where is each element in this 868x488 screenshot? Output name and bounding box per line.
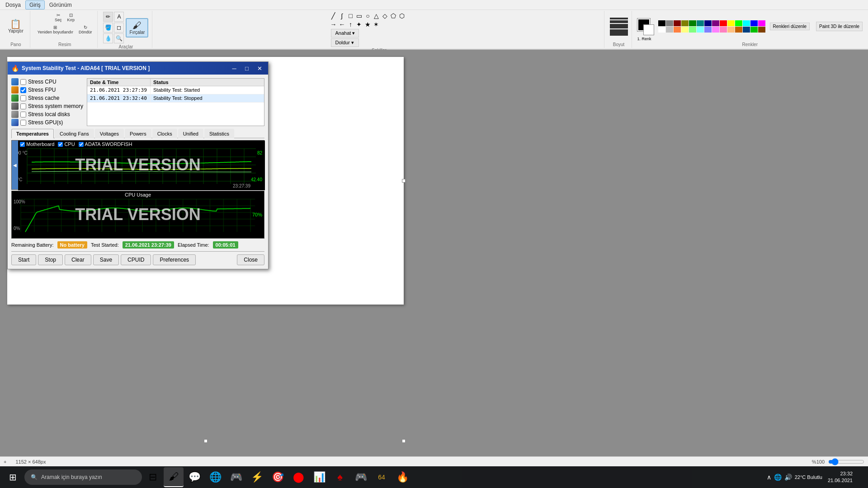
menu-dosya[interactable]: Dosya	[2, 1, 24, 9]
cb-adata[interactable]: ADATA SWORDFISH	[79, 141, 132, 147]
round-rect-tool[interactable]: ▭	[355, 12, 363, 20]
color-darkred[interactable]	[674, 20, 681, 26]
size2-btn[interactable]	[610, 20, 628, 23]
maximize-btn[interactable]: □	[242, 64, 252, 72]
taskbar-bar-btn[interactable]: 📊	[309, 467, 329, 487]
color-black[interactable]	[658, 20, 665, 26]
stress-fpu-check[interactable]	[20, 87, 26, 93]
size4-btn[interactable]	[610, 29, 628, 36]
line-tool[interactable]: ╱	[329, 12, 337, 20]
color2-swatch[interactable]	[644, 25, 654, 35]
arrow-left-tool[interactable]: ←	[338, 20, 346, 28]
paint-canvas[interactable]: 🔥 System Stability Test - AIDA64 [ TRIAL…	[7, 57, 404, 305]
color-darkblue[interactable]	[743, 27, 750, 33]
taskbar-cards-btn[interactable]: ♠	[330, 467, 350, 487]
minimize-btn[interactable]: ─	[229, 64, 239, 72]
start-button[interactable]: ⊞	[2, 466, 24, 488]
color-teal[interactable]	[697, 20, 704, 26]
pentagon-tool[interactable]: ⬠	[389, 12, 397, 20]
tab-temperatures[interactable]: Temperatures	[11, 129, 54, 138]
tab-clocks[interactable]: Clocks	[152, 129, 177, 138]
yeniden-btn[interactable]: ⊞Yeniden boyutlandır	[36, 24, 75, 35]
taskbar-aida-btn[interactable]: 🔥	[392, 467, 412, 487]
taskbar-paint-btn[interactable]: 🖌	[164, 467, 184, 487]
color-medgreen[interactable]	[750, 27, 758, 33]
taskbar-xbox-btn[interactable]: 🎮	[351, 467, 371, 487]
taskbar-chrome-btn[interactable]: 🌐	[205, 467, 225, 487]
tab-unified[interactable]: Unified	[178, 129, 203, 138]
color-silver[interactable]	[666, 27, 673, 33]
color-yellow[interactable]	[727, 20, 735, 26]
color-cyan[interactable]	[743, 20, 750, 26]
color-purple[interactable]	[712, 20, 719, 26]
star4-tool[interactable]: ✦	[355, 20, 363, 28]
statusbar-plus[interactable]: +	[4, 459, 6, 465]
arrow-right-tool[interactable]: →	[329, 20, 337, 28]
stress-cpu-check[interactable]	[20, 79, 26, 85]
color-lightblue[interactable]	[704, 27, 712, 33]
kirp-btn[interactable]: ⊡Kırp	[66, 12, 77, 23]
taskbar-search[interactable]: 🔍 Aramak için buraya yazın	[24, 469, 142, 485]
curve-tool[interactable]: ∫	[338, 12, 346, 20]
menu-giris[interactable]: Giriş	[25, 0, 45, 9]
sec-btn[interactable]: ✂Seç	[53, 12, 64, 23]
ellipse-tool[interactable]: ○	[363, 12, 372, 20]
color-peach[interactable]	[727, 27, 735, 33]
color-lightcyan[interactable]	[697, 27, 704, 33]
menu-gorunum[interactable]: Görünüm	[46, 1, 75, 9]
hexagon-tool[interactable]: ⬡	[398, 12, 406, 20]
window-close-btn[interactable]: ✕	[255, 64, 264, 72]
preferences-btn[interactable]: Preferences	[153, 254, 196, 265]
color-red[interactable]	[720, 20, 727, 26]
zoom-slider[interactable]	[828, 458, 864, 465]
color-magenta[interactable]	[758, 20, 765, 26]
taskbar-64-btn[interactable]: 64	[372, 467, 392, 487]
tab-powers[interactable]: Powers	[125, 129, 151, 138]
color-gray[interactable]	[666, 20, 673, 26]
dondur-btn[interactable]: ↻Döndür	[77, 24, 94, 35]
cpuid-btn[interactable]: CPUID	[121, 254, 151, 265]
save-btn[interactable]: Save	[93, 254, 119, 265]
color-lightmagenta[interactable]	[712, 27, 719, 33]
tab-cooling-fans[interactable]: Cooling Fans	[55, 129, 94, 138]
eraser-tool[interactable]: ◻	[114, 23, 124, 33]
start-btn[interactable]: Start	[11, 254, 36, 265]
cb-motherboard[interactable]: Motherboard	[20, 141, 54, 147]
taskbar-epic2-btn[interactable]: 🎯	[268, 467, 288, 487]
taskbar-view-btn[interactable]: ⊟	[143, 467, 163, 487]
taskbar-epic-btn[interactable]: ⚡	[247, 467, 267, 487]
cb-cpu[interactable]: CPU	[58, 141, 75, 147]
brush-btn[interactable]: 🖌 Fırçalar	[126, 18, 148, 38]
chevron-icon[interactable]: ∧	[767, 474, 771, 481]
size1-btn[interactable]	[610, 18, 628, 19]
taskbar-steam-btn[interactable]: 🎮	[226, 467, 246, 487]
color-white[interactable]	[658, 27, 665, 33]
taskbar-discord-btn[interactable]: 💬	[184, 467, 204, 487]
pencil-tool[interactable]: ✏	[103, 12, 113, 22]
fill-tool[interactable]: 🪣	[103, 23, 113, 33]
color-darkbrown[interactable]	[758, 27, 765, 33]
canvas-handle-corner[interactable]	[402, 439, 406, 443]
close-btn[interactable]: Close	[237, 254, 264, 265]
yapistir-btn[interactable]: 📋 Yapıştır	[5, 18, 26, 35]
clear-btn[interactable]: Clear	[65, 254, 91, 265]
color-pink[interactable]	[720, 27, 727, 33]
tab-statistics[interactable]: Statistics	[204, 129, 234, 138]
volume-icon[interactable]: 🔊	[784, 474, 792, 481]
stress-gpu-check[interactable]	[20, 120, 26, 126]
chart-scroll-left[interactable]: ◀	[12, 141, 18, 189]
anahat-btn[interactable]: Anahat ▾	[331, 29, 359, 38]
size3-btn[interactable]	[610, 24, 628, 28]
color-blue[interactable]	[750, 20, 758, 26]
triangle-tool[interactable]: △	[372, 12, 380, 20]
renk-duzenle-btn[interactable]: Renkleri düzenle	[770, 23, 810, 30]
canvas-handle-bottom[interactable]	[204, 439, 208, 443]
text-tool[interactable]: A	[114, 12, 124, 22]
stress-disk-check[interactable]	[20, 112, 26, 117]
eyedropper-tool[interactable]: 💧	[103, 33, 113, 43]
tab-voltages[interactable]: Voltages	[95, 129, 124, 138]
rect-tool[interactable]: □	[346, 12, 354, 20]
stress-memory-check[interactable]	[20, 103, 26, 109]
color-brown[interactable]	[735, 27, 742, 33]
star5-tool[interactable]: ★	[363, 20, 372, 28]
